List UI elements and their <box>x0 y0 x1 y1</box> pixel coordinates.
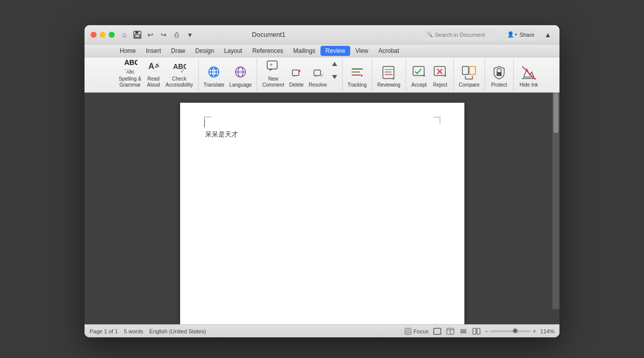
document-content[interactable]: 呆呆是天才 <box>180 103 464 159</box>
outline-view-button[interactable] <box>459 327 468 336</box>
spelling-grammar-button[interactable]: ABC ___ ABC Spelling &Grammar <box>117 60 143 89</box>
read-aloud-button[interactable]: A 🔊 ReadAloud <box>144 60 163 89</box>
zoom-plus[interactable]: + <box>533 328 536 335</box>
home-icon[interactable]: ⌂ <box>119 29 130 40</box>
ribbon-group-ink: Hide Ink <box>515 58 544 91</box>
compare-label: Compare <box>459 82 479 88</box>
document-page[interactable]: 呆呆是天才 <box>180 103 464 324</box>
minimize-button[interactable] <box>100 32 106 38</box>
read-view-button[interactable] <box>472 327 481 336</box>
zoom-slider[interactable] <box>491 330 531 332</box>
close-button[interactable] <box>91 32 97 38</box>
save-button[interactable] <box>132 29 143 40</box>
svg-rect-43 <box>469 66 475 75</box>
resolve-label: Resolve <box>309 82 327 88</box>
next-comment-button[interactable] <box>330 69 339 81</box>
reject-button[interactable]: ▾ Reject <box>430 60 450 89</box>
translate-button[interactable]: Translate <box>202 60 226 89</box>
check-accessibility-button[interactable]: ABC ✓ CheckAccessibility <box>164 60 195 89</box>
zoom-thumb[interactable] <box>513 328 518 333</box>
svg-text:🔊: 🔊 <box>154 62 159 68</box>
accept-icon: ▾ <box>412 65 426 81</box>
vertical-scrollbar[interactable] <box>552 93 559 309</box>
app-window: ⌂ ↩ ↩ ⎙ ▾ Document1 🔍 <box>85 25 559 337</box>
spelling-label: Spelling &Grammar <box>119 76 141 88</box>
menu-view[interactable]: View <box>350 46 373 56</box>
redo-button[interactable]: ↩ <box>158 29 169 40</box>
undo-button[interactable]: ↩ <box>145 29 156 40</box>
language-label: Language <box>229 82 252 88</box>
svg-text:+: + <box>270 61 273 67</box>
web-view-button[interactable] <box>446 327 455 336</box>
menu-acrobat[interactable]: Acrobat <box>373 46 404 56</box>
scrollbar-thumb[interactable] <box>553 93 558 133</box>
zoom-control[interactable]: − + <box>485 328 536 335</box>
delete-icon <box>291 68 302 81</box>
menu-design[interactable]: Design <box>190 46 219 56</box>
delete-button[interactable]: Delete <box>287 60 306 89</box>
ribbon-group-comments: + NewComment Delete <box>258 58 342 91</box>
hide-ink-icon <box>521 65 537 81</box>
menu-mailings[interactable]: Mailings <box>288 46 320 56</box>
resolve-icon: ✓ <box>312 68 324 81</box>
focus-icon <box>405 328 412 335</box>
svg-text:ABC: ABC <box>126 69 134 74</box>
svg-text:A: A <box>148 62 154 70</box>
document-area: 呆呆是天才 <box>85 93 559 324</box>
new-comment-button[interactable]: + NewComment <box>260 60 286 89</box>
hide-ink-button[interactable]: Hide Ink <box>517 60 541 89</box>
reject-label: Reject <box>433 82 447 88</box>
tracking-button[interactable]: ▾ Tracking <box>346 60 369 89</box>
menu-review[interactable]: Review <box>320 46 350 56</box>
print-button[interactable]: ⎙ <box>171 29 182 40</box>
protect-button[interactable]: Protect <box>488 60 510 89</box>
svg-text:✓: ✓ <box>180 67 185 75</box>
translate-label: Translate <box>204 82 224 88</box>
protect-label: Protect <box>491 82 507 88</box>
search-icon: 🔍 <box>427 32 433 37</box>
more-quick-button[interactable]: ▾ <box>184 29 195 40</box>
menu-draw[interactable]: Draw <box>166 46 190 56</box>
focus-label: Focus <box>414 328 429 334</box>
ribbon-group-proofing: ABC ___ ABC Spelling &Grammar A 🔊 ReadA <box>115 58 199 91</box>
status-right: Focus <box>405 327 554 336</box>
ribbon-group-reviewing: ▾ Reviewing <box>373 58 406 91</box>
zoom-minus[interactable]: − <box>485 328 489 335</box>
menu-home[interactable]: Home <box>115 46 141 56</box>
svg-rect-36 <box>413 66 424 76</box>
accept-button[interactable]: ▾ Accept <box>409 60 429 89</box>
menu-layout[interactable]: Layout <box>219 46 247 56</box>
margin-marker-top-right <box>433 117 440 124</box>
svg-text:▾: ▾ <box>392 77 394 81</box>
hide-ink-label: Hide Ink <box>520 82 538 88</box>
status-left: Page 1 of 1 5 words English (United Stat… <box>90 328 398 334</box>
compare-button[interactable]: Compare <box>457 60 481 89</box>
ribbon-group-compare: Compare <box>455 58 485 91</box>
normal-view-button[interactable] <box>433 327 442 336</box>
new-comment-icon: + <box>266 59 281 75</box>
read-aloud-icon: A 🔊 <box>147 60 159 75</box>
language-button[interactable]: Language <box>227 60 254 89</box>
translate-icon <box>207 65 221 81</box>
ribbon-group-protect: Protect <box>486 58 514 91</box>
focus-button[interactable]: Focus <box>405 328 429 335</box>
svg-marker-25 <box>332 62 337 66</box>
new-comment-label: NewComment <box>262 76 284 88</box>
share-button[interactable]: 👤+ Share <box>503 29 538 40</box>
maximize-button[interactable] <box>109 32 115 38</box>
share-icon: 👤+ <box>507 31 517 38</box>
svg-text:▾: ▾ <box>361 74 363 78</box>
ribbon-group-tracking: ▾ Tracking <box>344 58 372 91</box>
prev-comment-button[interactable] <box>330 57 339 68</box>
collapse-ribbon-button[interactable]: ▲ <box>542 29 553 40</box>
menu-insert[interactable]: Insert <box>141 46 166 56</box>
reviewing-button[interactable]: ▾ Reviewing <box>375 60 403 89</box>
zoom-percent: 114% <box>540 328 554 334</box>
title-bar: ⌂ ↩ ↩ ⎙ ▾ Document1 🔍 <box>85 25 559 44</box>
word-count: 5 words <box>124 328 143 334</box>
search-input[interactable] <box>435 32 495 38</box>
search-box[interactable]: 🔍 <box>423 29 499 40</box>
resolve-button[interactable]: ✓ Resolve <box>307 60 329 89</box>
svg-rect-42 <box>462 66 468 75</box>
menu-references[interactable]: References <box>247 46 288 56</box>
